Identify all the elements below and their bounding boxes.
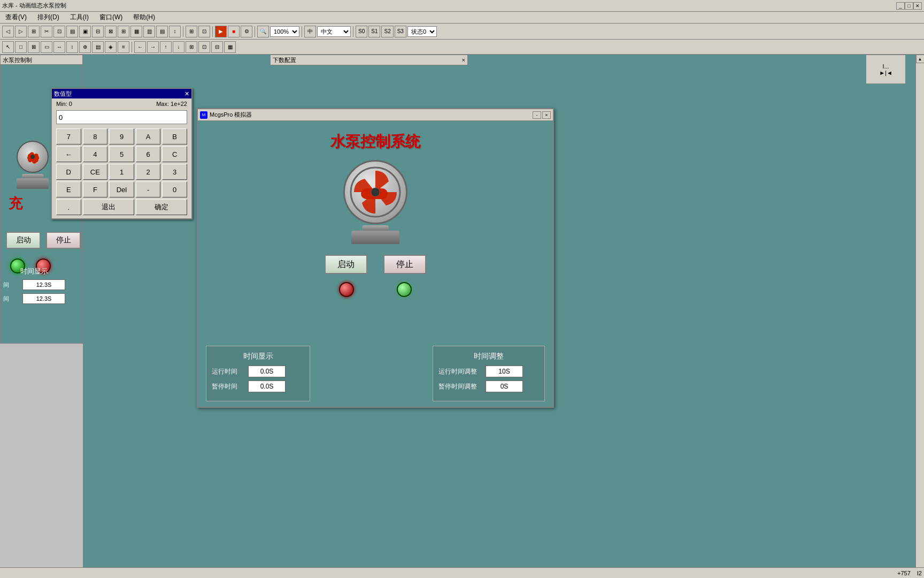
calc-btn-0[interactable]: 0: [162, 181, 187, 197]
left-stop-button[interactable]: 停止: [46, 232, 81, 249]
menu-view[interactable]: 查看(V): [2, 12, 30, 23]
toolbar-btn-10[interactable]: ⊞: [118, 26, 129, 37]
toolbar-btn-5[interactable]: ⊡: [53, 26, 65, 37]
calc-btn-B[interactable]: B: [162, 128, 187, 144]
calc-btn-6[interactable]: 6: [136, 146, 161, 162]
calc-btn-A[interactable]: A: [136, 128, 161, 144]
scroll-up-button[interactable]: ▲: [916, 55, 925, 63]
sim-title-content: M McgsPro 模拟器: [200, 111, 252, 119]
toolbar-btn-4[interactable]: ✂: [41, 26, 52, 37]
toolbar2-btn-8[interactable]: ▤: [92, 41, 104, 53]
calc-btn-C[interactable]: C: [162, 146, 187, 162]
toolbar2-btn-15[interactable]: ⊞: [186, 41, 197, 53]
run-adjust-value[interactable]: 10S: [486, 366, 523, 377]
sim-stop-button[interactable]: 停止: [383, 255, 426, 274]
left-start-button[interactable]: 启动: [6, 232, 41, 249]
close-button[interactable]: ✕: [913, 2, 922, 10]
motor-base: [362, 225, 389, 231]
run-adjust-row: 运行时间调整 10S: [438, 366, 539, 377]
calc-btn-9[interactable]: 9: [109, 128, 134, 144]
toolbar2-btn-9[interactable]: ◈: [105, 41, 117, 53]
zoom-selector[interactable]: 100% 75% 150%: [270, 26, 299, 37]
menu-tools[interactable]: 工具(I): [67, 12, 92, 23]
calc-input[interactable]: [56, 110, 187, 124]
sim-start-button[interactable]: 启动: [325, 255, 367, 274]
calc-btn-F[interactable]: F: [83, 181, 108, 197]
toolbar2-btn-17[interactable]: ⊟: [211, 41, 223, 53]
toolbar-btn-1[interactable]: ◁: [2, 26, 14, 37]
toolbar-btn-13[interactable]: ▤: [156, 26, 168, 37]
minimize-button[interactable]: _: [896, 2, 905, 10]
sim-minimize-button[interactable]: -: [533, 111, 541, 119]
menu-arrange[interactable]: 排列(D): [34, 12, 63, 23]
sim-close-button[interactable]: ×: [542, 111, 551, 119]
toolbar-btn-6[interactable]: ▤: [66, 26, 78, 37]
toolbar2-btn-7[interactable]: ⊕: [79, 41, 91, 53]
left-pause-row: 间 12.3S: [3, 293, 65, 304]
pause-adjust-value[interactable]: 0S: [486, 381, 523, 392]
toolbar-btn-15[interactable]: ⊞: [186, 26, 197, 37]
toolbar2-btn-2[interactable]: □: [15, 41, 27, 53]
tab-s3[interactable]: S3: [395, 26, 406, 37]
lang-selector[interactable]: 中文 English: [317, 26, 351, 37]
calc-btn-minus[interactable]: -: [136, 181, 161, 197]
toolbar2-btn-16[interactable]: ⊡: [198, 41, 210, 53]
toolbar2-btn-18[interactable]: ▦: [224, 41, 236, 53]
left-time-title: 时间显示: [3, 267, 65, 276]
toolbar2-btn-6[interactable]: ↕: [66, 41, 78, 53]
toolbar2-btn-12[interactable]: →: [147, 41, 159, 53]
toolbar-btn-11[interactable]: ▦: [130, 26, 142, 37]
right-panel-line2[interactable]: ►|◄: [879, 70, 892, 76]
calc-btn-5[interactable]: 5: [109, 146, 134, 162]
toolbar-btn-14[interactable]: ↕: [169, 26, 181, 37]
toolbar-btn-12[interactable]: ▥: [143, 26, 155, 37]
toolbar-btn-2[interactable]: ▷: [15, 26, 27, 37]
toolbar2-btn-1[interactable]: ↖: [2, 41, 14, 53]
calc-btn-2[interactable]: 2: [136, 164, 161, 180]
toolbar2-btn-13[interactable]: ↑: [160, 41, 172, 53]
toolbar2-btn-5[interactable]: ↔: [53, 41, 65, 53]
toolbar2-btn-11[interactable]: ←: [134, 41, 146, 53]
toolbar-btn-9[interactable]: ⊠: [105, 26, 117, 37]
tab-s2[interactable]: S2: [381, 26, 393, 37]
calc-btn-8[interactable]: 8: [83, 128, 108, 144]
calc-btn-D[interactable]: D: [56, 164, 81, 180]
tab-s0[interactable]: S0: [356, 26, 367, 37]
calc-btn-exit[interactable]: 退出: [83, 199, 134, 215]
toolbar-lang-icon[interactable]: 中: [304, 26, 316, 37]
calc-btn-CE[interactable]: CE: [83, 164, 108, 180]
sub-window-close[interactable]: ×: [462, 57, 465, 63]
calc-btn-E[interactable]: E: [56, 181, 81, 197]
toolbar2-btn-14[interactable]: ↓: [173, 41, 184, 53]
calc-btn-confirm[interactable]: 确定: [136, 199, 187, 215]
sim-win-controls: - ×: [533, 111, 551, 119]
toolbar2-btn-4[interactable]: ▭: [41, 41, 52, 53]
toolbar-btn-3[interactable]: ⊞: [28, 26, 40, 37]
restore-button[interactable]: □: [905, 2, 913, 10]
calc-btn-7[interactable]: 7: [56, 128, 81, 144]
pause-adjust-row: 暂停时间调整 0S: [438, 381, 539, 392]
state-selector[interactable]: 状态0: [407, 26, 437, 37]
calc-btn-3[interactable]: 3: [162, 164, 187, 180]
toolbar-stop2[interactable]: ■: [228, 26, 240, 37]
tab-s1[interactable]: S1: [368, 26, 380, 37]
calc-btn-dot[interactable]: .: [56, 199, 81, 215]
toolbar2-btn-3[interactable]: ⊠: [28, 41, 40, 53]
toolbar-play[interactable]: ▶: [215, 26, 227, 37]
toolbar-btn-7[interactable]: ▣: [79, 26, 91, 37]
menu-help[interactable]: 帮助(H): [130, 12, 158, 23]
motor-pedestal: [351, 231, 399, 244]
calc-btn-4[interactable]: 4: [83, 146, 108, 162]
toolbar-btn-8[interactable]: ⊟: [92, 26, 104, 37]
calc-btn-backspace[interactable]: ←: [56, 146, 81, 162]
toolbar-zoom-icon[interactable]: 🔍: [257, 26, 269, 37]
calc-btn-1[interactable]: 1: [109, 164, 134, 180]
menu-window[interactable]: 窗口(W): [96, 12, 126, 23]
toolbar-config[interactable]: ⚙: [241, 26, 252, 37]
fan-circle: [343, 160, 407, 224]
calc-close-icon[interactable]: ✕: [184, 90, 189, 97]
calc-btn-Del[interactable]: Del: [109, 181, 134, 197]
toolbar2-btn-10[interactable]: ≡: [118, 41, 129, 53]
time-adjust-title: 时间调整: [438, 352, 539, 361]
toolbar-btn-16[interactable]: ⊡: [198, 26, 210, 37]
